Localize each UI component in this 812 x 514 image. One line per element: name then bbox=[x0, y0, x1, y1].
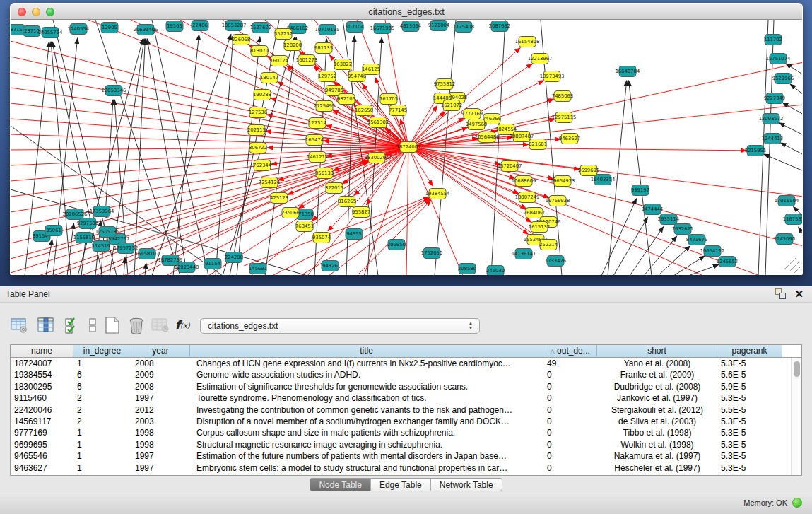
graph-node[interactable]: 226068 bbox=[232, 35, 250, 45]
graph-node[interactable]: 1615132 bbox=[529, 222, 550, 233]
graph-node[interactable]: 94326 bbox=[322, 261, 339, 271]
column-header-pagerank[interactable]: pagerank bbox=[717, 345, 782, 357]
cell-in_degree[interactable]: 6 bbox=[73, 381, 131, 392]
cell-pagerank[interactable]: 5.3E-5 bbox=[717, 416, 782, 427]
graph-node[interactable]: 129752 bbox=[318, 71, 336, 82]
minimize-window-button[interactable] bbox=[32, 8, 40, 16]
row-options-icon[interactable] bbox=[82, 314, 103, 337]
cell-in_degree[interactable]: 2 bbox=[73, 392, 131, 404]
graph-node[interactable]: 35061 bbox=[45, 226, 62, 236]
cell-short[interactable]: de Silva et al. (2003) bbox=[597, 416, 717, 427]
cell-out_de[interactable]: 49 bbox=[543, 358, 597, 369]
graph-node[interactable]: 114519 bbox=[92, 241, 110, 252]
graph-node[interactable]: 16958107 bbox=[135, 249, 160, 259]
cell-short[interactable]: Yano et al. (2008) bbox=[597, 358, 717, 369]
show-columns-icon[interactable] bbox=[35, 314, 57, 337]
graph-node[interactable]: 180147 bbox=[260, 73, 278, 83]
graph-node[interactable]: 9777169 bbox=[461, 109, 483, 119]
cell-out_de[interactable]: 0 bbox=[543, 450, 597, 462]
graph-node[interactable]: 10654112 bbox=[700, 246, 725, 257]
table-row[interactable]: 1456911722003Disruption of a novel membe… bbox=[11, 416, 801, 427]
graph-node[interactable]: 160124 bbox=[270, 56, 288, 66]
graph-node[interactable]: 1156819 bbox=[73, 233, 95, 243]
cell-name[interactable]: 22420046 bbox=[11, 404, 73, 416]
graph-node[interactable]: 12923448 bbox=[175, 262, 199, 273]
cell-year[interactable]: 2008 bbox=[131, 381, 190, 392]
cell-name[interactable]: 14569117 bbox=[11, 416, 73, 427]
cell-year[interactable]: 2012 bbox=[131, 404, 190, 416]
cell-short[interactable]: Stergiakouli et al. (2012) bbox=[597, 404, 717, 416]
cell-short[interactable]: Wolkin et al. (1998) bbox=[597, 439, 717, 450]
graph-node[interactable]: 10653287 bbox=[222, 21, 247, 31]
tab-edge-table[interactable]: Edge Table bbox=[371, 478, 431, 491]
graph-node[interactable]: 20691406 bbox=[134, 25, 158, 35]
graph-node[interactable]: 955827 bbox=[352, 207, 370, 218]
graph-node[interactable]: 1752050 bbox=[421, 248, 442, 259]
table-row[interactable]: 1872400712008Changes of HCN gene express… bbox=[11, 358, 801, 369]
cell-year[interactable]: 2003 bbox=[131, 416, 190, 427]
graph-node[interactable]: 202115 bbox=[247, 125, 266, 136]
graph-node[interactable]: 7485063 bbox=[552, 91, 573, 102]
network-svg[interactable]: 3715237102405572412405541290520691406195… bbox=[11, 20, 802, 275]
cell-out_de[interactable]: 0 bbox=[543, 462, 597, 474]
graph-node[interactable]: 813070 bbox=[250, 46, 269, 57]
cell-name[interactable]: 9465546 bbox=[11, 450, 73, 462]
graph-node[interactable]: 2087682 bbox=[489, 21, 510, 32]
memory-indicator[interactable] bbox=[792, 498, 802, 508]
graph-node[interactable]: 621601 bbox=[529, 139, 547, 150]
graph-node[interactable]: 3715 bbox=[11, 25, 25, 35]
cell-pagerank[interactable]: 5.5E-5 bbox=[717, 404, 782, 416]
graph-node[interactable]: 161705 bbox=[379, 94, 398, 105]
cell-pagerank[interactable]: 5.9E-5 bbox=[717, 381, 782, 392]
graph-node[interactable]: 9227349 bbox=[764, 93, 785, 104]
graph-node[interactable]: 16154808 bbox=[515, 37, 540, 47]
graph-node[interactable]: 20564486 bbox=[475, 132, 500, 143]
column-header-out_de[interactable]: △out_de... bbox=[543, 345, 597, 357]
window-titlebar[interactable]: citations_edges.txt bbox=[11, 4, 802, 20]
graph-node[interactable]: 9755812 bbox=[434, 79, 455, 90]
graph-node[interactable]: 18724007 bbox=[396, 142, 421, 153]
graph-node[interactable]: 9121004 bbox=[428, 21, 449, 31]
graph-node[interactable]: 190283 bbox=[253, 90, 271, 100]
graph-node[interactable]: 816265 bbox=[338, 197, 356, 207]
column-header-name[interactable]: name bbox=[11, 345, 73, 357]
graph-node[interactable]: 22406 bbox=[192, 21, 208, 31]
cell-title[interactable]: Embryonic stem cells: a model to study s… bbox=[190, 462, 543, 474]
delete-entries-icon[interactable] bbox=[126, 314, 147, 337]
cell-short[interactable]: Dudbridge et al. (2008) bbox=[597, 381, 717, 392]
graph-node[interactable]: 902104 bbox=[346, 22, 364, 33]
cell-in_degree[interactable]: 1 bbox=[73, 450, 131, 462]
cell-year[interactable]: 2008 bbox=[131, 358, 190, 369]
cell-name[interactable]: 9699695 bbox=[11, 439, 73, 450]
graph-node[interactable]: 1527602 bbox=[250, 23, 271, 33]
graph-node[interactable]: 4813054 bbox=[400, 21, 421, 32]
graph-node[interactable]: 425123 bbox=[270, 193, 288, 204]
graph-node[interactable]: 162650 bbox=[355, 105, 373, 116]
graph-node[interactable]: 1167531 bbox=[783, 214, 802, 225]
graph-node[interactable]: 1621072 bbox=[441, 100, 462, 111]
graph-node[interactable]: 2935114 bbox=[658, 214, 679, 225]
graph-node[interactable]: 8215955 bbox=[745, 146, 766, 156]
cell-out_de[interactable]: 0 bbox=[543, 439, 597, 450]
graph-node[interactable]: 15751074 bbox=[766, 54, 791, 64]
graph-node[interactable]: 235066 bbox=[281, 208, 300, 218]
graph-node[interactable]: 9561302 bbox=[367, 117, 389, 128]
cell-short[interactable]: Franke et al. (2009) bbox=[597, 369, 717, 380]
cell-year[interactable]: 1997 bbox=[131, 462, 190, 474]
graph-node[interactable]: 7632621 bbox=[672, 224, 693, 235]
table-row[interactable]: 946554611997Estimation of the future num… bbox=[11, 450, 801, 462]
cell-year[interactable]: 1998 bbox=[131, 439, 190, 450]
graph-node[interactable]: 18807249 bbox=[515, 192, 540, 203]
cell-pagerank[interactable]: 5.3E-5 bbox=[717, 439, 782, 450]
cell-title[interactable]: Disruption of a novel member of a sodium… bbox=[190, 416, 543, 427]
cell-title[interactable]: Corpus callosum shape and size in male p… bbox=[190, 427, 543, 438]
graph-node[interactable]: 762344 bbox=[253, 160, 271, 171]
graph-node[interactable]: 19654923 bbox=[551, 176, 575, 187]
scrollbar-thumb[interactable] bbox=[794, 361, 800, 377]
cell-out_de[interactable]: 0 bbox=[543, 404, 597, 416]
graph-node[interactable]: 252214 bbox=[539, 240, 558, 250]
cell-name[interactable]: 9463627 bbox=[11, 462, 73, 474]
cell-in_degree[interactable]: 2 bbox=[73, 404, 131, 416]
graph-node[interactable]: 24055724 bbox=[38, 28, 63, 38]
graph-node[interactable]: 12905 bbox=[101, 23, 118, 33]
